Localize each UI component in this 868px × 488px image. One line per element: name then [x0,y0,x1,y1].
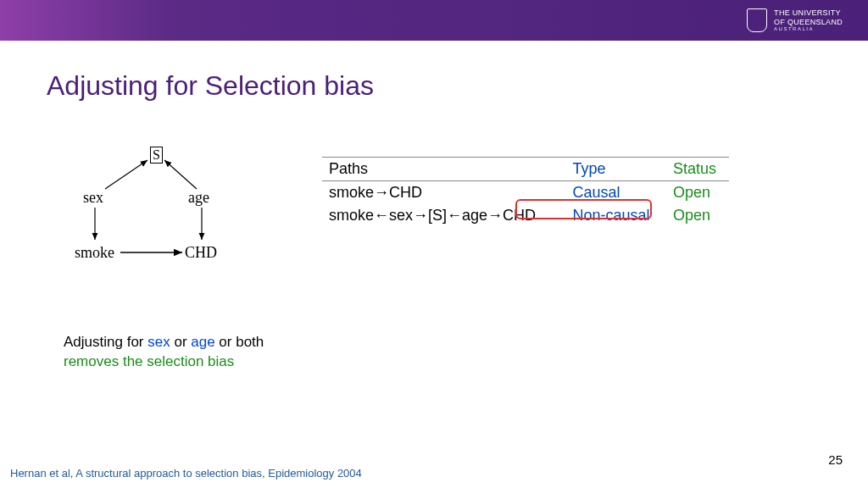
page-number: 25 [828,452,843,467]
cell-status-text: Open [673,207,710,224]
col-status: Status [666,158,729,181]
adjust-prefix: Adjusting for [64,334,147,350]
cell-type: Non-causal [566,204,666,227]
cell-type: Causal [566,181,666,205]
cell-path: smoke←sex→[S]←age→CHD [322,204,566,227]
citation: Hernan et al, A structural approach to s… [10,467,362,480]
crest-icon [747,8,767,32]
logo-line1: THE UNIVERSITY [774,8,843,17]
table-row: smoke←sex→[S]←age→CHD Non-causal Open [322,204,729,227]
university-logo: THE UNIVERSITY OF QUEENSLAND AUSTRALIA [747,8,843,32]
adjust-mid1: or [170,334,192,350]
col-type: Type [566,158,666,181]
adjust-var-sex: sex [147,334,170,350]
slide-title: Adjusting for Selection bias [47,70,868,102]
svg-line-0 [105,160,147,189]
logo-text: THE UNIVERSITY OF QUEENSLAND AUSTRALIA [774,8,843,32]
cell-status: Open [666,181,729,205]
table-row: smoke→CHD Causal Open [322,181,729,205]
cell-status: Open [666,204,729,227]
cell-path: smoke→CHD [322,181,566,205]
dag-diagram: S sex age smoke CHD [59,148,246,284]
svg-line-1 [164,160,197,189]
cell-type-text: Non-causal [573,207,650,224]
adjustment-text: Adjusting for sex or age or both removes… [64,333,264,372]
col-paths: Paths [322,158,566,181]
dag-arrows [59,148,246,284]
paths-table: Paths Type Status smoke→CHD Causal Open … [322,157,729,227]
logo-line2: OF QUEENSLAND [774,18,843,26]
logo-line3: AUSTRALIA [774,26,843,32]
adjust-line2: removes the selection bias [64,353,234,369]
slide-header: THE UNIVERSITY OF QUEENSLAND AUSTRALIA [0,0,868,41]
adjust-mid2: or both [215,334,264,350]
adjust-var-age: age [191,334,214,350]
